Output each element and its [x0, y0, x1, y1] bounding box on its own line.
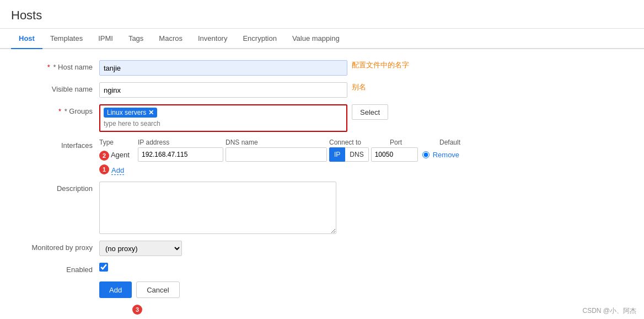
visible-hint: 别名 [352, 82, 366, 92]
tab-tags[interactable]: Tags [121, 29, 151, 49]
iface-default-header: Default [439, 139, 478, 146]
description-label: Description [11, 182, 99, 193]
page-title: Hosts [11, 8, 633, 23]
add-interface-link[interactable]: Add [111, 166, 124, 175]
enabled-checkbox[interactable] [99, 263, 108, 272]
description-row: Description [11, 182, 633, 234]
interfaces-label: Interfaces [11, 139, 99, 150]
default-radio[interactable] [422, 151, 430, 158]
groups-top: Linux servers ✕ [104, 108, 343, 118]
group-tag-linux: Linux servers ✕ [104, 108, 157, 118]
visible-name-input[interactable] [99, 82, 347, 98]
groups-search-input[interactable] [104, 119, 343, 129]
iface-dns-input[interactable] [226, 147, 327, 162]
description-textarea[interactable] [99, 182, 336, 234]
iface-port-input[interactable] [371, 147, 418, 162]
interfaces-content: Type IP address DNS name Connect to Port… [99, 139, 633, 175]
badge-2: 2 [99, 151, 109, 161]
iface-dns-header: DNS name [226, 139, 329, 146]
tab-inventory[interactable]: Inventory [190, 29, 235, 49]
groups-row: * * Groups Linux servers ✕ Select [11, 104, 633, 132]
iface-port-header: Port [390, 139, 439, 146]
default-radio-group: Remove [422, 151, 459, 159]
connect-toggle: IP DNS [329, 147, 369, 162]
proxy-select[interactable]: (no proxy) [99, 241, 182, 256]
proxy-label: Monitored by proxy [11, 241, 99, 252]
tab-host[interactable]: Host [11, 29, 42, 49]
enabled-row: Enabled [11, 263, 633, 274]
interfaces-row: Interfaces Type IP address DNS name Conn… [11, 139, 633, 175]
enabled-label: Enabled [11, 263, 99, 274]
hostname-row: * * Host name 配置文件中的名字 [11, 60, 633, 76]
groups-label: * * Groups [11, 104, 99, 115]
page-header: Hosts [0, 0, 644, 29]
visible-name-row: Visible name 别名 [11, 82, 633, 98]
proxy-row: Monitored by proxy (no proxy) [11, 241, 633, 256]
add-interface-row: 1 Add [99, 164, 633, 175]
tab-macros[interactable]: Macros [151, 29, 190, 49]
connect-ip-button[interactable]: IP [329, 147, 345, 162]
tab-encryption[interactable]: Encryption [235, 29, 284, 49]
add-button[interactable]: Add [99, 281, 132, 298]
action-buttons: Add Cancel [99, 281, 633, 298]
tab-value-mapping[interactable]: Value mapping [285, 29, 347, 49]
connect-dns-button[interactable]: DNS [345, 147, 368, 162]
form-area: * * Host name 配置文件中的名字 Visible name 别名 *… [0, 49, 644, 304]
interfaces-header: Type IP address DNS name Connect to Port… [99, 139, 633, 146]
group-tag-remove[interactable]: ✕ [148, 109, 154, 116]
groups-wrapper: Linux servers ✕ [99, 104, 347, 132]
iface-type-value: 2 Agent [99, 148, 138, 161]
iface-connect-header: Connect to [329, 139, 390, 146]
visible-name-label: Visible name [11, 82, 99, 93]
iface-type-header: Type [99, 139, 138, 146]
select-button[interactable]: Select [352, 104, 388, 120]
cancel-button[interactable]: Cancel [136, 281, 179, 298]
tab-templates[interactable]: Templates [42, 29, 90, 49]
iface-ip-input[interactable] [138, 147, 223, 162]
hostname-label: * * Host name [11, 60, 99, 71]
hostname-input[interactable] [99, 60, 347, 76]
remove-interface-link[interactable]: Remove [433, 151, 459, 159]
footer: CSDN @小、阿杰 [575, 303, 644, 304]
interface-row-1: 2 Agent IP DNS Remove [99, 147, 633, 162]
hostname-hint: 配置文件中的名字 [352, 60, 409, 70]
iface-ip-header: IP address [138, 139, 226, 146]
badge-1: 1 [99, 164, 109, 174]
tabs-bar: Host Templates IPMI Tags Macros Inventor… [0, 29, 644, 49]
tab-ipmi[interactable]: IPMI [90, 29, 121, 49]
